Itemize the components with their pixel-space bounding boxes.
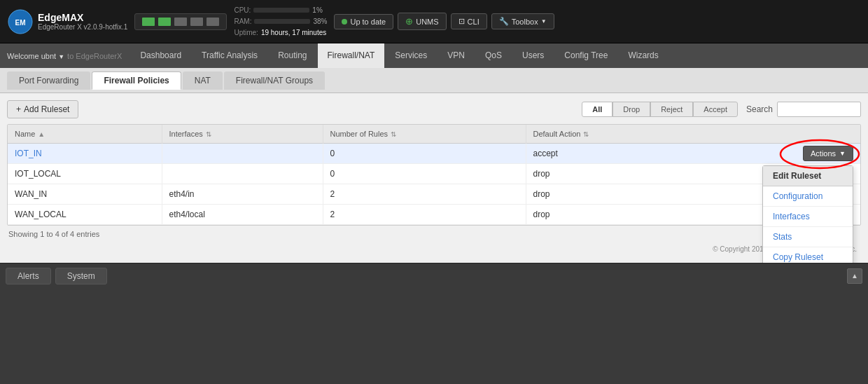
cell-num-rules: 2: [323, 184, 526, 205]
sort-num-rules[interactable]: Number of Rules ⇅: [330, 130, 519, 138]
menu-item-edit-ruleset[interactable]: Edit Ruleset: [763, 166, 853, 186]
net-icon-1: [142, 18, 155, 26]
plus-icon: +: [16, 104, 21, 114]
welcome-text: Welcome ubnt: [7, 52, 56, 60]
sort-icon: ▲: [38, 130, 45, 138]
toolbox-label: Toolbox: [512, 18, 538, 26]
filter-all[interactable]: All: [582, 102, 612, 117]
filter-buttons: All Drop Reject Accept: [582, 102, 738, 117]
scroll-up-button[interactable]: ▲: [847, 268, 862, 284]
col-interfaces: Interfaces ⇅: [162, 125, 323, 144]
cell-interfaces: [162, 144, 323, 164]
sort-default-action[interactable]: Default Action ⇅: [533, 130, 854, 138]
menu-item-interfaces[interactable]: Interfaces: [763, 207, 853, 227]
add-ruleset-label: Add Ruleset: [24, 104, 69, 114]
ruleset-name-link[interactable]: IOT_IN: [15, 149, 42, 158]
menu-item-stats[interactable]: Stats: [763, 227, 853, 247]
cli-label: CLI: [468, 18, 479, 26]
caret-icon: ▼: [839, 150, 846, 157]
tab-services[interactable]: Services: [385, 43, 437, 68]
tab-vpn[interactable]: VPN: [438, 43, 475, 68]
actions-button[interactable]: Actions ▼: [803, 146, 853, 161]
cell-name: IOT_IN: [8, 144, 162, 164]
tab-qos[interactable]: QoS: [475, 43, 512, 68]
device-name: EdgeRouter X v2.0.9-hotfix.1: [38, 23, 127, 31]
sort-icon: ⇅: [391, 130, 396, 138]
toolbox-icon: 🔧: [499, 17, 509, 26]
ruleset-table: Name ▲ Interfaces ⇅ Number of Rules: [7, 124, 861, 226]
edgemax-logo: EM: [7, 8, 34, 35]
cell-name: WAN_LOCAL: [8, 205, 162, 225]
sub-tabs: Port Forwarding Firewall Policies NAT Fi…: [0, 68, 868, 93]
subtab-nat[interactable]: NAT: [183, 71, 223, 90]
net-icon-2: [158, 18, 171, 26]
alerts-tab[interactable]: Alerts: [6, 268, 51, 284]
nav-tabs: Dashboard Traffic Analysis Routing Firew…: [130, 43, 668, 68]
chevron-down-icon: ▼: [58, 53, 64, 60]
cell-interfaces: eth4/local: [162, 205, 323, 225]
ram-value: 38%: [313, 16, 327, 27]
net-icon-4: [190, 18, 203, 26]
tab-firewall-nat[interactable]: Firewall/NAT: [318, 43, 385, 68]
tab-routing[interactable]: Routing: [268, 43, 316, 68]
cpu-label: CPU:: [234, 5, 251, 16]
tab-config-tree[interactable]: Config Tree: [554, 43, 617, 68]
add-ruleset-button[interactable]: + Add Ruleset: [7, 100, 78, 118]
cell-num-rules: 2: [323, 205, 526, 225]
cell-name: WAN_IN: [8, 184, 162, 205]
toolbox-button[interactable]: 🔧 Toolbox ▼: [491, 13, 554, 29]
system-tab[interactable]: System: [55, 268, 107, 284]
cell-num-rules: 0: [323, 164, 526, 184]
subtab-firewall-nat-groups[interactable]: Firewall/NAT Groups: [224, 71, 325, 90]
system-stats: CPU: 1% RAM: 38% Uptime: 19 hours, 17 mi…: [234, 5, 327, 39]
uptime-value: 19 hours, 17 minutes: [261, 27, 326, 39]
cell-interfaces: eth4/in: [162, 184, 323, 205]
main-content: + Add Ruleset All Drop Reject Accept Sea…: [0, 93, 868, 263]
tab-wizards[interactable]: Wizards: [618, 43, 668, 68]
nav-separator: to EdgeRouterX: [67, 52, 122, 60]
net-icon-3: [174, 18, 187, 26]
actions-wrapper: Actions ▼ Edit Ruleset Co: [803, 146, 853, 161]
filter-drop[interactable]: Drop: [612, 102, 650, 117]
sort-name[interactable]: Name ▲: [15, 130, 155, 138]
filter-accept[interactable]: Accept: [693, 102, 738, 117]
cell-name: IOT_LOCAL: [8, 164, 162, 184]
unms-button[interactable]: ⊕ UNMS: [398, 13, 446, 30]
logo-area: EM EdgeMAX EdgeRouter X v2.0.9-hotfix.1: [7, 8, 127, 35]
unms-label: UNMS: [416, 18, 438, 26]
tab-users[interactable]: Users: [512, 43, 554, 68]
svg-text:EM: EM: [15, 19, 26, 27]
actions-label: Actions: [811, 149, 836, 158]
cli-button[interactable]: ⊡ CLI: [451, 13, 487, 29]
menu-item-configuration[interactable]: Configuration: [763, 186, 853, 207]
nav-welcome[interactable]: Welcome ubnt ▼: [7, 52, 64, 60]
tab-traffic-analysis[interactable]: Traffic Analysis: [192, 43, 267, 68]
copyright: © Copyright 2012-2020 Ubiquiti Networks,…: [7, 242, 861, 256]
subtab-firewall-policies[interactable]: Firewall Policies: [92, 71, 181, 90]
ram-progress: [254, 19, 310, 24]
filter-reject[interactable]: Reject: [650, 102, 693, 117]
chevron-down-icon: ▼: [541, 18, 547, 25]
table-footer: Showing 1 to 4 of 4 entries: [7, 226, 861, 242]
cpu-progress: [253, 8, 309, 13]
tab-dashboard[interactable]: Dashboard: [130, 43, 191, 68]
sort-icon: ⇅: [206, 130, 211, 138]
nav-user-area: Welcome ubnt ▼ to EdgeRouterX: [7, 43, 122, 68]
header-buttons: Up to date ⊕ UNMS ⊡ CLI 🔧 Toolbox ▼: [334, 13, 554, 30]
logo-text: EdgeMAX: [38, 12, 127, 23]
sort-interfaces[interactable]: Interfaces ⇅: [169, 130, 316, 138]
menu-item-copy-ruleset[interactable]: Copy Ruleset: [763, 247, 853, 263]
search-input[interactable]: [777, 102, 861, 117]
col-name: Name ▲: [8, 125, 162, 144]
cell-default-action: accept Actions ▼: [526, 144, 860, 164]
table-row: WAN_IN eth4/in 2 drop: [8, 184, 860, 205]
header: EM EdgeMAX EdgeRouter X v2.0.9-hotfix.1 …: [0, 0, 868, 43]
table-row: IOT_IN 0 accept Actions ▼: [8, 144, 860, 164]
cell-interfaces: [162, 164, 323, 184]
subtab-port-forwarding[interactable]: Port Forwarding: [7, 71, 90, 90]
ram-label: RAM:: [234, 16, 251, 27]
table-header-row: Name ▲ Interfaces ⇅ Number of Rules: [8, 125, 860, 144]
col-default-action: Default Action ⇅: [526, 125, 860, 144]
uptodate-label: Up to date: [350, 18, 386, 26]
uptodate-button[interactable]: Up to date: [334, 14, 393, 29]
